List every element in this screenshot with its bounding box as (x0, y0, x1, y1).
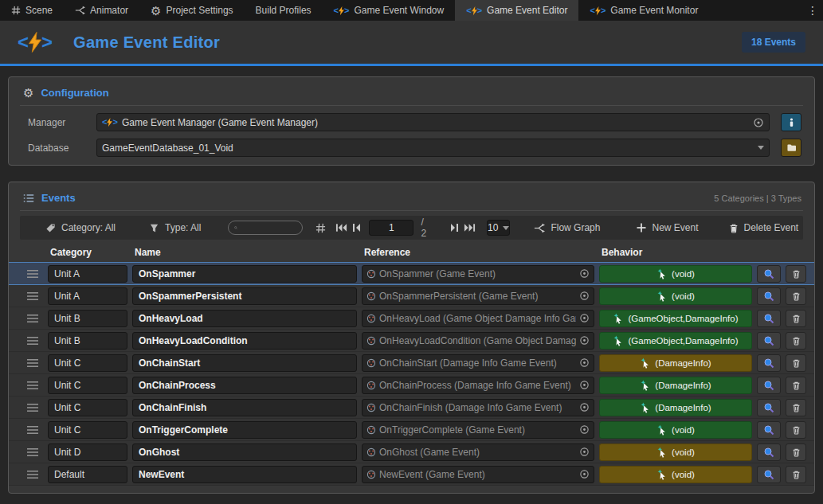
table-row[interactable]: Unit C OnChainProcess OnChainProcess (Da… (9, 374, 814, 397)
drag-handle-icon[interactable] (22, 270, 43, 278)
behavior-pill[interactable]: (void) (599, 443, 752, 461)
inspect-event-button[interactable] (757, 354, 781, 372)
object-picker-icon[interactable] (579, 335, 590, 346)
reference-object-field[interactable]: OnChainProcess (Damage Info Game Event) (362, 377, 594, 394)
category-input[interactable]: Unit B (48, 332, 127, 350)
object-picker-icon[interactable] (579, 357, 590, 368)
reference-object-field[interactable]: NewEvent (Game Event) (362, 466, 594, 483)
database-dropdown[interactable]: GameEventDatabase_01_Void (96, 139, 770, 157)
object-picker-icon[interactable] (579, 447, 590, 457)
drag-handle-icon[interactable] (22, 381, 43, 389)
table-row[interactable]: Unit C OnChainStart OnChainStart (Damage… (9, 352, 814, 374)
behavior-pill[interactable]: (DamageInfo) (599, 399, 752, 416)
row-delete-button[interactable] (786, 377, 806, 394)
tab-build-profiles[interactable]: Build Profiles (245, 0, 323, 21)
tab-animator[interactable]: Animator (64, 0, 139, 21)
inspect-event-button[interactable] (757, 265, 781, 283)
name-input[interactable]: OnChainFinish (132, 399, 357, 416)
inspect-event-button[interactable] (757, 310, 781, 327)
object-picker-icon[interactable] (579, 380, 590, 390)
drag-handle-icon[interactable] (22, 359, 43, 367)
search-input[interactable] (241, 223, 296, 232)
name-input[interactable]: OnTriggerComplete (132, 421, 357, 439)
table-row[interactable]: Default NewEvent NewEvent (Game Event) (… (9, 463, 814, 486)
first-page-button[interactable] (335, 220, 347, 236)
behavior-pill[interactable]: (void) (599, 421, 752, 439)
next-page-button[interactable] (450, 220, 459, 236)
category-input[interactable]: Unit C (48, 377, 127, 394)
category-input[interactable]: Unit A (48, 287, 127, 305)
inspect-event-button[interactable] (757, 332, 781, 350)
behavior-pill[interactable]: (DamageInfo) (599, 354, 752, 372)
row-delete-button[interactable] (786, 310, 806, 327)
inspect-event-button[interactable] (757, 287, 781, 305)
open-database-folder-button[interactable] (781, 139, 801, 157)
manager-object-field[interactable]: <> Game Event Manager (Game Event Manage… (96, 113, 770, 131)
table-row[interactable]: Unit A OnSpammer OnSpammer (Game Event) … (9, 262, 814, 285)
name-input[interactable]: NewEvent (132, 466, 357, 483)
drag-handle-icon[interactable] (22, 404, 43, 412)
behavior-pill[interactable]: (DamageInfo) (599, 377, 752, 394)
behavior-pill[interactable]: (void) (599, 287, 752, 305)
reference-object-field[interactable]: OnSpammer (Game Event) (362, 265, 594, 283)
tab-game-event-window[interactable]: <>Game Event Window (323, 0, 456, 21)
delete-event-button[interactable]: Delete Event (729, 222, 799, 233)
row-delete-button[interactable] (786, 443, 806, 461)
tab-overflow-menu-icon[interactable]: ⋮ (802, 0, 823, 21)
behavior-pill[interactable]: (GameObject,DamageInfo) (599, 310, 752, 327)
category-filter-dropdown[interactable]: Category: All (45, 222, 116, 233)
reference-object-field[interactable]: OnHeavyLoadCondition (Game Object Damage… (362, 332, 594, 350)
tab-scene[interactable]: Scene (0, 0, 64, 21)
behavior-pill[interactable]: (void) (599, 265, 752, 283)
search-box[interactable] (228, 221, 303, 235)
table-row[interactable]: Unit B OnHeavyLoadCondition OnHeavyLoadC… (9, 330, 814, 352)
category-input[interactable]: Unit B (48, 310, 127, 327)
object-picker-icon[interactable] (579, 402, 590, 412)
category-input[interactable]: Default (48, 466, 127, 483)
reference-object-field[interactable]: OnChainFinish (Damage Info Game Event) (362, 399, 594, 416)
category-input[interactable]: Unit D (48, 443, 127, 461)
behavior-pill[interactable]: (void) (599, 466, 752, 483)
drag-handle-icon[interactable] (22, 426, 43, 434)
last-page-button[interactable] (464, 220, 476, 236)
object-picker-icon[interactable] (579, 424, 590, 435)
name-input[interactable]: OnSpammerPersistent (132, 287, 357, 305)
table-row[interactable]: Unit D OnGhost OnGhost (Game Event) (voi… (9, 441, 814, 463)
inspect-event-button[interactable] (757, 399, 781, 416)
inspect-event-button[interactable] (757, 443, 781, 461)
prev-page-button[interactable] (352, 220, 361, 236)
name-input[interactable]: OnChainProcess (132, 377, 357, 394)
tab-game-event-monitor[interactable]: <>Game Event Monitor (578, 0, 709, 21)
ping-gameobject-button[interactable] (781, 113, 801, 131)
object-picker-icon[interactable] (753, 117, 764, 128)
name-input[interactable]: OnChainStart (132, 354, 357, 372)
drag-handle-icon[interactable] (22, 337, 43, 345)
drag-handle-icon[interactable] (22, 292, 43, 300)
category-input[interactable]: Unit C (48, 354, 127, 372)
name-input[interactable]: OnSpammer (132, 265, 357, 283)
category-input[interactable]: Unit C (48, 399, 127, 416)
inspect-event-button[interactable] (757, 466, 781, 483)
page-number-input[interactable] (369, 220, 413, 236)
reference-object-field[interactable]: OnSpammerPersistent (Game Event) (362, 287, 594, 305)
grid-view-icon[interactable] (315, 220, 326, 236)
type-filter-dropdown[interactable]: Type: All (149, 222, 201, 233)
new-event-button[interactable]: New Event (637, 222, 698, 233)
tab-game-event-editor[interactable]: <>Game Event Editor (455, 0, 578, 21)
row-delete-button[interactable] (786, 354, 806, 372)
object-picker-icon[interactable] (579, 268, 590, 279)
category-input[interactable]: Unit A (48, 265, 127, 283)
category-input[interactable]: Unit C (48, 421, 127, 439)
drag-handle-icon[interactable] (22, 448, 43, 456)
behavior-pill[interactable]: (GameObject,DamageInfo) (599, 332, 752, 350)
row-delete-button[interactable] (786, 287, 806, 305)
flow-graph-button[interactable]: Flow Graph (534, 222, 600, 233)
table-row[interactable]: Unit B OnHeavyLoad OnHeavyLoad (Game Obj… (9, 307, 814, 330)
tab-project-settings[interactable]: ⚙Project Settings (139, 0, 245, 21)
name-input[interactable]: OnHeavyLoadCondition (132, 332, 357, 350)
row-delete-button[interactable] (786, 399, 806, 416)
table-row[interactable]: Unit C OnChainFinish OnChainFinish (Dama… (9, 397, 814, 419)
reference-object-field[interactable]: OnChainStart (Damage Info Game Event) (362, 354, 594, 372)
drag-handle-icon[interactable] (22, 471, 43, 479)
row-delete-button[interactable] (786, 332, 806, 350)
